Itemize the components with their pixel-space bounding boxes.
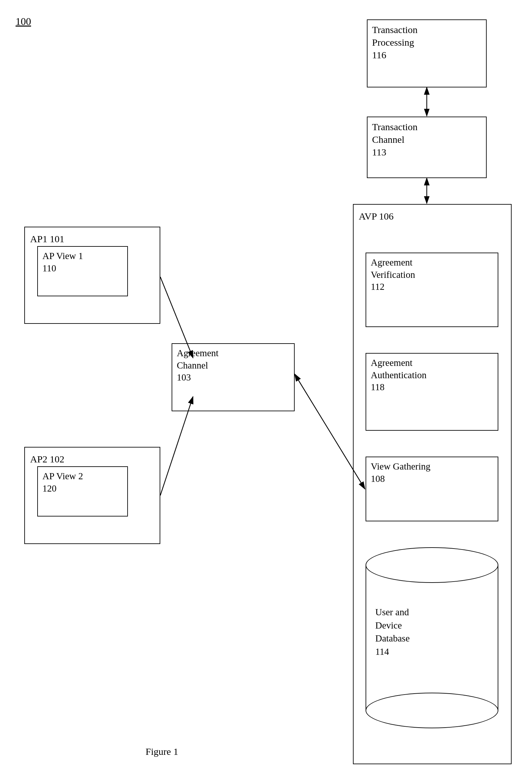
agreement-authentication-label: AgreementAuthentication118 <box>371 357 427 392</box>
agreement-verification-box: AgreementVerification112 <box>366 253 498 327</box>
diagram: 100 TransactionProcessing116 Transaction… <box>0 0 532 783</box>
ap-view1-label: AP View 1110 <box>42 251 83 273</box>
ap-view2-box: AP View 2120 <box>37 466 128 516</box>
agreement-channel-box: AgreementChannel103 <box>171 343 295 411</box>
user-device-db: User andDeviceDatabase114 <box>366 547 498 729</box>
avp-label: AVP 106 <box>359 211 394 221</box>
ap-view1-box: AP View 1110 <box>37 246 128 296</box>
transaction-channel-label: TransactionChannel113 <box>372 121 418 157</box>
transaction-processing-label: TransactionProcessing116 <box>372 24 418 60</box>
ap-view2-label: AP View 2120 <box>42 471 83 494</box>
view-gathering-label: View Gathering108 <box>371 461 430 484</box>
ap2-label: AP2 102 <box>30 454 64 464</box>
agreement-channel-label: AgreementChannel103 <box>177 348 219 382</box>
diagram-ref: 100 <box>15 15 31 28</box>
transaction-channel-box: TransactionChannel113 <box>367 117 487 178</box>
user-device-db-label: User andDeviceDatabase114 <box>375 605 410 658</box>
view-gathering-box: View Gathering108 <box>366 457 498 521</box>
ap1-label: AP1 101 <box>30 233 64 244</box>
figure-label: Figure 1 <box>0 746 324 757</box>
agreement-authentication-box: AgreementAuthentication118 <box>366 353 498 431</box>
transaction-processing-box: TransactionProcessing116 <box>367 20 487 88</box>
agreement-verification-label: AgreementVerification112 <box>371 257 415 292</box>
ap2-to-agreement-channel-arrow <box>160 397 193 496</box>
